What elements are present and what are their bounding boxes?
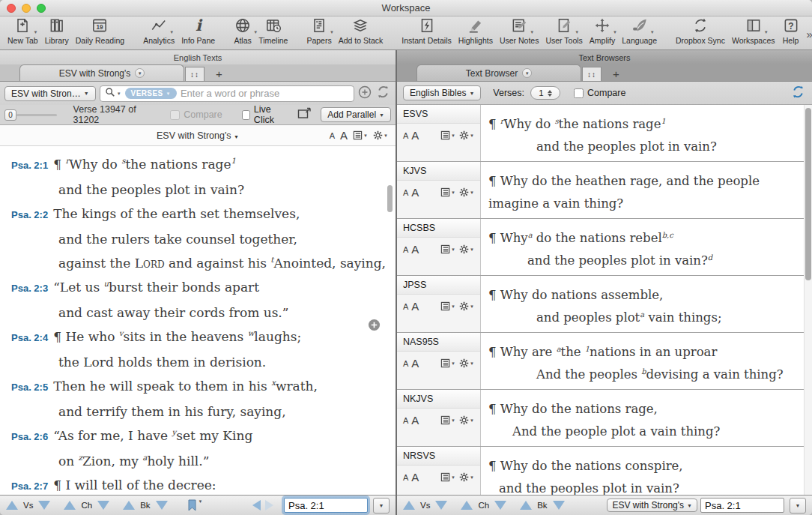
gear-icon[interactable]: ▼: [459, 358, 474, 368]
left-scrollbar-thumb[interactable]: [387, 185, 393, 212]
verse-dropdown-button[interactable]: ▼: [790, 498, 806, 514]
display-settings-icon[interactable]: ▼: [440, 187, 455, 197]
search-icon[interactable]: [105, 87, 115, 100]
chapter-up-button[interactable]: [64, 501, 76, 510]
add-parallel-button[interactable]: Add Parallel▼: [321, 107, 391, 122]
toolbar-item[interactable]: ▼ New Tab: [7, 18, 38, 45]
add-tab-button[interactable]: +: [216, 66, 222, 81]
book-up-button[interactable]: [123, 501, 135, 510]
display-settings-icon[interactable]: ▼: [440, 472, 455, 482]
chapter-down-button[interactable]: [494, 501, 506, 510]
verse-up-button[interactable]: [403, 501, 415, 510]
verse-dropdown-button[interactable]: ▼: [373, 498, 390, 514]
verse-ref[interactable]: Psa. 2:1: [11, 160, 48, 171]
verse-ref[interactable]: Psa. 2:3: [11, 283, 48, 294]
gear-icon[interactable]: ▼: [459, 130, 474, 140]
slider-track[interactable]: [16, 114, 57, 116]
increase-font-button[interactable]: A: [411, 471, 419, 484]
pane-splitter-icon[interactable]: ↕↕: [185, 67, 204, 81]
toolbar-item[interactable]: ▼ User Notes: [500, 18, 539, 45]
slider-thumb[interactable]: 0: [4, 109, 16, 121]
verse-ref[interactable]: Psa. 2:4: [11, 332, 48, 343]
bible-group-select[interactable]: English Bibles▼: [403, 85, 481, 100]
decrease-font-button[interactable]: A: [403, 359, 408, 368]
decrease-font-button[interactable]: A: [403, 131, 408, 140]
pane-splitter-icon[interactable]: ↕↕: [582, 67, 602, 81]
increase-font-button[interactable]: A: [411, 300, 419, 313]
display-settings-icon[interactable]: ▼: [440, 415, 455, 425]
translation-code[interactable]: JPSS: [397, 276, 480, 295]
refresh-icon[interactable]: [790, 84, 806, 103]
toolbar-item[interactable]: Library: [45, 18, 69, 45]
translation-verse[interactable]: ¶ Why do the heathen rage, and the peopl…: [481, 162, 812, 218]
search-field[interactable]: ▼ VERSES▼: [100, 85, 354, 102]
verse-ref[interactable]: Psa. 2:7: [11, 481, 48, 492]
add-tab-button[interactable]: +: [613, 66, 619, 81]
toolbar-item[interactable]: ▼ Analytics: [143, 18, 175, 45]
tab-menu-icon[interactable]: ▼: [522, 68, 532, 78]
gear-icon[interactable]: ▼: [459, 187, 474, 197]
increase-font-button[interactable]: A: [411, 243, 419, 256]
verse-position-slider[interactable]: 0: [4, 109, 57, 121]
display-settings-icon[interactable]: ▼: [440, 130, 455, 140]
compare-checkbox[interactable]: Compare: [574, 88, 625, 98]
chapter-down-button[interactable]: [97, 501, 109, 510]
text-select-button[interactable]: ESV with Stron…▼: [4, 86, 96, 101]
toolbar-item[interactable]: ▼ Amplify: [590, 18, 615, 45]
search-input[interactable]: [181, 88, 349, 99]
translation-code[interactable]: NRSVS: [397, 447, 480, 466]
verse-ref[interactable]: Psa. 2:5: [11, 382, 48, 393]
verse-text-area[interactable]: Psa. 2:1¶ rWhy do sthe nations rage1 and…: [0, 146, 396, 495]
search-scope-pill[interactable]: VERSES▼: [125, 88, 177, 99]
decrease-font-button[interactable]: A: [330, 131, 335, 140]
increase-font-button[interactable]: A: [411, 129, 419, 142]
book-down-button[interactable]: [553, 501, 565, 510]
bookmark-icon[interactable]: ▼: [187, 499, 203, 511]
toolbar-item[interactable]: ▼ Papers: [306, 18, 331, 45]
right-scrollbar-thumb[interactable]: [805, 108, 811, 280]
toolbar-item[interactable]: Timeline: [258, 18, 288, 45]
toolbar-overflow-icon[interactable]: »: [807, 28, 812, 40]
toolbar-item[interactable]: ? Help: [782, 18, 800, 45]
decrease-font-button[interactable]: A: [403, 302, 408, 311]
tab-text-browser[interactable]: Text Browser ▼ ↕↕: [416, 64, 581, 81]
decrease-font-button[interactable]: A: [403, 473, 408, 482]
goto-verse-input[interactable]: [284, 498, 368, 513]
history-forward-button[interactable]: [265, 500, 273, 511]
book-up-button[interactable]: [520, 501, 532, 510]
toolbar-item[interactable]: i Info Pane: [181, 18, 215, 45]
toolbar-item[interactable]: 19 Daily Reading: [76, 18, 124, 45]
toolbar-item[interactable]: Instant Details: [402, 18, 452, 45]
close-button[interactable]: [7, 4, 16, 13]
verse-ref[interactable]: Psa. 2:2: [11, 209, 48, 220]
translation-verse[interactable]: ¶ Whya do the nations rebelb,c and the p…: [481, 219, 812, 275]
add-pane-plus-icon[interactable]: [368, 319, 381, 334]
gear-icon[interactable]: ▼: [459, 415, 474, 425]
display-settings-icon[interactable]: ▼: [440, 244, 455, 254]
display-settings-icon[interactable]: ▼: [353, 130, 368, 140]
toolbar-item[interactable]: ▼ Language: [622, 18, 657, 45]
decrease-font-button[interactable]: A: [403, 416, 408, 425]
decrease-font-button[interactable]: A: [403, 188, 408, 197]
stepper-arrows-icon[interactable]: [548, 90, 552, 97]
display-settings-icon[interactable]: ▼: [440, 301, 455, 311]
toolbar-item[interactable]: Add to Stack: [339, 18, 384, 45]
minimize-button[interactable]: [22, 4, 31, 13]
translation-code[interactable]: HCSBS: [397, 219, 480, 238]
translation-verse[interactable]: ¶ rWhy do sthe nations rage1 and the peo…: [481, 105, 812, 161]
live-click-window-icon[interactable]: [297, 107, 312, 122]
translation-verse[interactable]: ¶ Why do the nations conspire, and the p…: [481, 447, 812, 495]
nav-text-select[interactable]: ESV with Strong's▼: [607, 499, 697, 512]
translation-verse[interactable]: ¶ Why are athe 1nations in an uproar And…: [481, 333, 812, 389]
increase-font-button[interactable]: A: [411, 186, 419, 199]
increase-font-button[interactable]: A: [340, 129, 348, 142]
display-settings-icon[interactable]: ▼: [440, 358, 455, 368]
verse-ref[interactable]: Psa. 2:6: [11, 431, 48, 442]
history-back-button[interactable]: [252, 500, 261, 511]
increase-font-button[interactable]: A: [411, 414, 419, 427]
gear-icon[interactable]: ▼: [373, 130, 388, 140]
translation-verse[interactable]: ¶ Why do nations assemble, and peoples p…: [481, 276, 812, 332]
toolbar-item[interactable]: Dropbox Sync: [676, 18, 725, 45]
translation-code[interactable]: NAS95S: [397, 333, 480, 352]
verse-down-button[interactable]: [38, 501, 50, 510]
